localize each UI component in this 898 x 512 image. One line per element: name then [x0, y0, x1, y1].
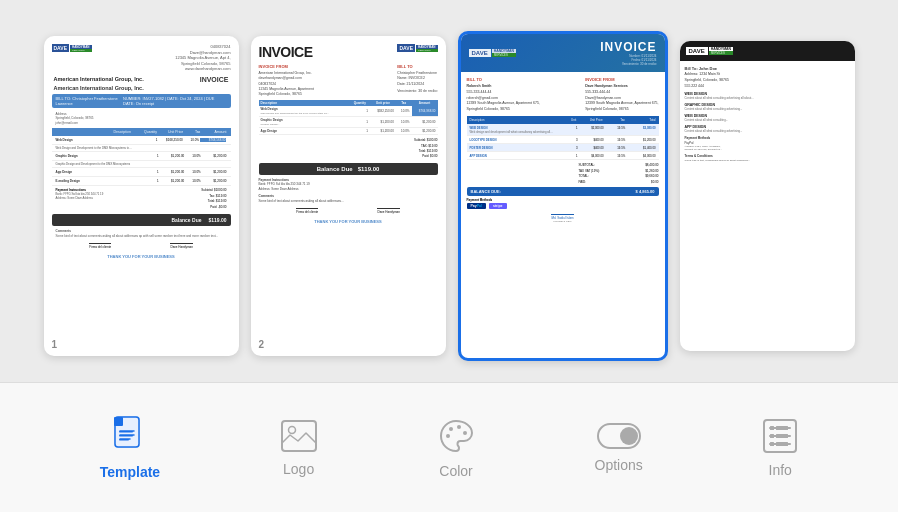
- card-number-2: 2: [259, 339, 265, 350]
- company-name-1: American International Group, Inc.: [54, 76, 144, 82]
- logo-card2: DAVE HANDYMAN SERVICES: [397, 44, 437, 52]
- svg-rect-23: [770, 434, 774, 438]
- svg-point-14: [463, 431, 467, 435]
- svg-point-10: [288, 426, 295, 433]
- svg-rect-24: [776, 434, 788, 438]
- toggle-icon: [597, 423, 641, 449]
- toolbar-label-logo: Logo: [283, 461, 314, 477]
- list-icon: [762, 418, 798, 454]
- preview-area: DAVE HANDYMAN SERVICES 040837024 Dave@ha…: [0, 0, 898, 382]
- svg-point-11: [446, 434, 450, 438]
- svg-point-12: [449, 427, 453, 431]
- toolbar-item-template[interactable]: Template: [80, 408, 180, 488]
- svg-rect-22: [776, 426, 788, 430]
- svg-point-16: [620, 427, 638, 445]
- toolbar-item-color[interactable]: Color: [417, 409, 495, 487]
- template-card-2[interactable]: INVOICE DAVE HANDYMAN SERVICES INVOICE F…: [251, 36, 446, 356]
- svg-point-13: [457, 425, 461, 429]
- invoice-title-2: INVOICE: [259, 44, 313, 60]
- svg-rect-21: [770, 426, 774, 430]
- logo-card1: DAVE HANDYMAN SERVICES: [52, 44, 92, 52]
- toolbar-label-options: Options: [595, 457, 643, 473]
- template-card-4[interactable]: DAVE HANDYMAN SERVICES Bill To: John Doe…: [680, 41, 855, 351]
- toolbar-label-template: Template: [100, 464, 160, 480]
- svg-rect-2: [114, 417, 123, 426]
- logo-card3: DAVE HANDYMAN SERVICES: [469, 49, 517, 57]
- palette-icon: [437, 417, 475, 455]
- template-card-1[interactable]: DAVE HANDYMAN SERVICES 040837024 Dave@ha…: [44, 36, 239, 356]
- template-card-3[interactable]: DAVE HANDYMAN SERVICES INVOICE Number: 0…: [458, 31, 668, 361]
- toolbar-label-info: Info: [769, 462, 792, 478]
- svg-rect-9: [282, 421, 316, 451]
- bottom-toolbar: Template Logo Color: [0, 382, 898, 512]
- toolbar-item-logo[interactable]: Logo: [260, 411, 338, 485]
- svg-rect-26: [776, 442, 788, 446]
- toolbar-label-color: Color: [439, 463, 472, 479]
- invoice-label-1: INVOICE: [200, 76, 229, 83]
- logo-card4: DAVE HANDYMAN SERVICES: [686, 47, 734, 55]
- card-number-1: 1: [52, 339, 58, 350]
- svg-rect-25: [770, 442, 774, 446]
- toolbar-item-options[interactable]: Options: [575, 415, 663, 481]
- image-icon: [280, 419, 318, 453]
- toolbar-item-info[interactable]: Info: [742, 410, 818, 486]
- document-icon: [112, 416, 148, 456]
